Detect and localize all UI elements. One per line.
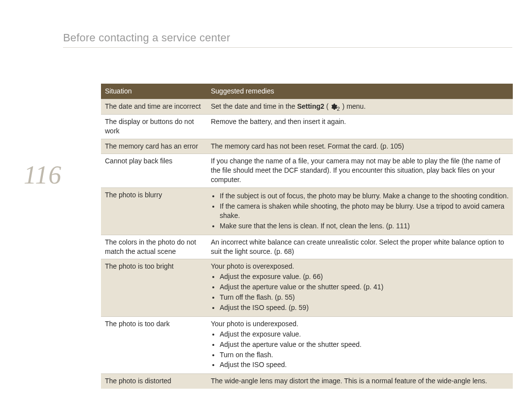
table-row: The photo is blurryIf the subject is out… xyxy=(101,188,513,235)
remedy-cell: Set the date and time in the Setting2 ( … xyxy=(207,99,513,114)
remedy-list: Adjust the exposure value. (p. 66)Adjust… xyxy=(211,272,509,312)
remedy-list-item: Adjust the aperture value or the shutter… xyxy=(220,340,509,349)
table-row: Cannot play back filesIf you change the … xyxy=(101,154,513,188)
remedy-list-item: Make sure that the lens is clean. If not… xyxy=(220,221,509,231)
remedy-cell: If you change the name of a file, your c… xyxy=(207,154,513,188)
remedy-list-item: Turn on the flash. xyxy=(220,350,509,360)
table-row: The photo is too brightYour photo is ove… xyxy=(101,259,513,316)
remedy-list-item: If the camera is shaken while shooting, … xyxy=(220,202,509,220)
remedy-list-item: Turn off the flash. (p. 55) xyxy=(220,293,509,302)
remedy-list-item: If the subject is out of focus, the phot… xyxy=(220,191,509,201)
remedy-bold: Setting2 xyxy=(297,102,324,110)
remedy-cell: An incorrect white balance can create un… xyxy=(207,235,513,259)
situation-cell: The display or buttons do not work xyxy=(101,114,207,139)
remedy-intro: Your photo is overexposed. xyxy=(211,262,509,271)
remedy-cell: Your photo is underexposed.Adjust the ex… xyxy=(207,316,513,373)
remedy-text: ) menu. xyxy=(340,102,366,110)
page-title: Before contacting a service center xyxy=(63,31,230,44)
table-row: The display or buttons do not workRemove… xyxy=(101,114,513,139)
situation-cell: The memory card has an error xyxy=(101,139,207,154)
table-row: The date and time are incorrectSet the d… xyxy=(101,99,513,114)
situation-cell: The date and time are incorrect xyxy=(101,99,207,114)
remedy-cell: Your photo is overexposed.Adjust the exp… xyxy=(207,259,513,316)
header-remedies: Suggested remedies xyxy=(207,84,513,99)
remedy-text: ( xyxy=(324,102,330,110)
table-row: The colors in the photo do not match the… xyxy=(101,235,513,259)
remedy-text: Set the date and time in the xyxy=(211,102,297,110)
table-row: The photo is distortedThe wide-angle len… xyxy=(101,374,513,389)
remedy-list: If the subject is out of focus, the phot… xyxy=(211,191,509,231)
remedy-text: An incorrect white balance can create un… xyxy=(211,238,504,255)
situation-cell: Cannot play back files xyxy=(101,154,207,188)
gear-subscript: 2 xyxy=(337,106,340,112)
remedy-cell: If the subject is out of focus, the phot… xyxy=(207,188,513,235)
remedy-cell: The wide-angle lens may distort the imag… xyxy=(207,374,513,389)
header-situation: Situation xyxy=(101,84,207,99)
remedy-cell: The memory card has not been reset. Form… xyxy=(207,139,513,154)
remedy-list-item: Adjust the ISO speed. xyxy=(220,360,509,370)
remedy-text: The wide-angle lens may distort the imag… xyxy=(211,377,487,385)
table-row: The photo is too darkYour photo is under… xyxy=(101,316,513,373)
remedy-list-item: Adjust the ISO speed. (p. 59) xyxy=(220,303,509,312)
situation-cell: The photo is distorted xyxy=(101,374,207,389)
remedy-list-item: Adjust the exposure value. (p. 66) xyxy=(220,272,509,281)
gear-icon xyxy=(331,103,337,110)
remedy-cell: Remove the battery, and then insert it a… xyxy=(207,114,513,139)
situation-cell: The photo is blurry xyxy=(101,188,207,235)
troubleshooting-table: Situation Suggested remedies The date an… xyxy=(101,84,513,389)
situation-cell: The photo is too dark xyxy=(101,316,207,373)
situation-cell: The colors in the photo do not match the… xyxy=(101,235,207,259)
table-row: The memory card has an errorThe memory c… xyxy=(101,139,513,154)
title-divider xyxy=(63,47,512,48)
remedy-intro: Your photo is underexposed. xyxy=(211,319,509,329)
remedy-text: Remove the battery, and then insert it a… xyxy=(211,118,346,125)
page-number: 116 xyxy=(24,160,62,189)
remedy-list-item: Adjust the exposure value. xyxy=(220,330,509,339)
table-header-row: Situation Suggested remedies xyxy=(101,84,513,99)
remedy-list-item: Adjust the aperture value or the shutter… xyxy=(220,282,509,292)
remedy-text: If you change the name of a file, your c… xyxy=(211,157,500,184)
remedy-text: The memory card has not been reset. Form… xyxy=(211,142,404,150)
situation-cell: The photo is too bright xyxy=(101,259,207,316)
remedy-list: Adjust the exposure value.Adjust the ape… xyxy=(211,330,509,370)
